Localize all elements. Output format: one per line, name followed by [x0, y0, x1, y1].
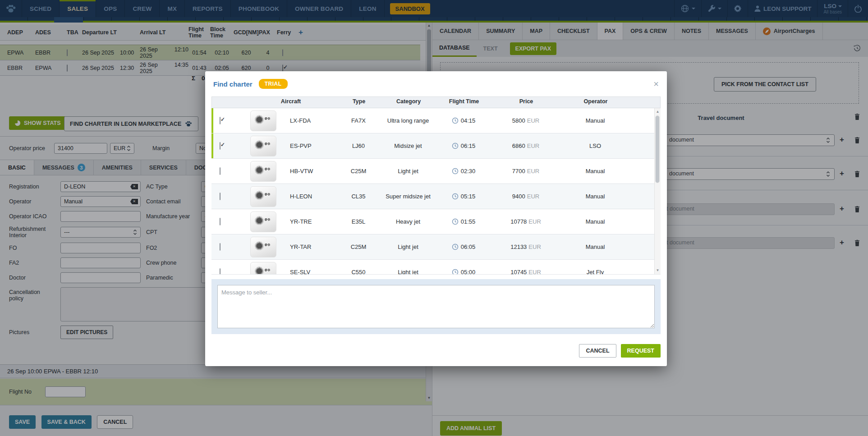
price-cell: 5800EUR: [490, 117, 561, 124]
price-cell: 12133EUR: [490, 243, 561, 250]
charter-list: LX-FDA FA7X Ultra long range 04:15 5800E…: [211, 108, 661, 275]
request-button[interactable]: REQUEST: [621, 344, 661, 358]
charter-checkbox[interactable]: [220, 142, 220, 150]
charter-checkbox[interactable]: [220, 218, 220, 225]
registration-cell: LX-FDA: [290, 117, 338, 124]
price-cell: 10778EUR: [490, 218, 561, 225]
operator-cell: Manual: [561, 243, 629, 250]
modal-title: Find charter: [213, 80, 253, 88]
charter-checkbox[interactable]: [220, 243, 220, 251]
flight-time-cell: 05:00: [437, 269, 490, 275]
price-cell: 10745EUR: [490, 269, 561, 275]
charter-checkbox[interactable]: [220, 117, 220, 124]
col-category: Category: [380, 98, 437, 105]
flight-time-cell: 04:15: [437, 117, 490, 124]
charter-row[interactable]: YR-TAR C25M Light jet 06:05 12133EUR Man…: [211, 234, 655, 260]
price-cell: 6860EUR: [490, 142, 561, 149]
charter-checkbox[interactable]: [220, 268, 220, 275]
find-charter-modal: Find charter TRIAL × AircraftTypeCategor…: [205, 71, 667, 366]
operator-cell: Jet Fly: [561, 269, 629, 275]
price-cell: 9400EUR: [490, 193, 561, 200]
clock-icon: [452, 117, 459, 124]
modal-cancel-button[interactable]: CANCEL: [579, 344, 616, 358]
message-to-seller-input[interactable]: [217, 285, 655, 328]
clock-icon: [452, 269, 459, 275]
operator-cell: Manual: [561, 168, 629, 174]
flight-time-cell: 06:05: [437, 243, 490, 250]
charter-row[interactable]: SE-SLV C550 Light jet 05:00 10745EUR Jet…: [211, 260, 655, 275]
category-cell: Heavy jet: [379, 218, 437, 225]
charter-table-header: AircraftTypeCategoryFlight TimePriceOper…: [211, 96, 661, 108]
charter-rows: LX-FDA FA7X Ultra long range 04:15 5800E…: [211, 108, 661, 275]
modal-header: Find charter TRIAL ×: [205, 71, 667, 96]
flight-time-cell: 02:30: [437, 168, 490, 174]
operator-cell: LSO: [561, 142, 629, 149]
charter-row[interactable]: ES-PVP LJ60 Midsize jet 06:15 6860EUR LS…: [211, 133, 655, 159]
close-icon[interactable]: ×: [653, 79, 659, 88]
aircraft-photo: [250, 161, 276, 182]
charter-checkbox[interactable]: [220, 193, 220, 200]
flight-time-cell: 05:15: [437, 193, 490, 200]
operator-cell: Manual: [561, 193, 629, 200]
category-cell: Ultra long range: [379, 117, 437, 124]
modal-footer: CANCEL REQUEST: [205, 334, 667, 358]
registration-cell: YR-TRE: [290, 218, 338, 225]
charter-row[interactable]: H-LEON CL35 Super midsize jet 05:15 9400…: [211, 184, 655, 209]
col-flight-time: Flight Time: [437, 98, 491, 105]
col-price: Price: [491, 98, 562, 105]
app-window: SCHEDSALESOPSCREWMXREPORTSPHONEBOOKOWNER…: [0, 0, 868, 436]
registration-cell: HB-VTW: [290, 168, 338, 174]
category-cell: Midsize jet: [379, 142, 437, 149]
type-cell: C25M: [338, 168, 379, 174]
flight-time-cell: 01:55: [437, 218, 490, 225]
aircraft-photo: [250, 237, 276, 257]
type-cell: C550: [338, 269, 379, 275]
clock-icon: [452, 142, 459, 149]
clock-icon: [452, 218, 459, 225]
charter-list-scrollbar[interactable]: ▲ ▼: [654, 108, 661, 274]
type-cell: E35L: [338, 218, 379, 225]
scroll-down-arrow[interactable]: ▼: [655, 267, 661, 274]
category-cell: Light jet: [379, 269, 437, 275]
category-cell: Light jet: [379, 168, 437, 174]
category-cell: Light jet: [379, 243, 437, 250]
type-cell: C25M: [338, 243, 379, 250]
charter-row[interactable]: LX-FDA FA7X Ultra long range 04:15 5800E…: [211, 108, 655, 133]
aircraft-photo: [250, 211, 276, 232]
trial-badge: TRIAL: [259, 79, 288, 89]
aircraft-photo: [250, 110, 276, 131]
clock-icon: [452, 243, 459, 250]
registration-cell: H-LEON: [290, 193, 338, 200]
message-section: [211, 279, 661, 334]
clock-icon: [452, 193, 459, 200]
col-operator: Operator: [562, 98, 629, 105]
col-aircraft: Aircraft: [212, 98, 338, 105]
price-cell: 7700EUR: [490, 168, 561, 174]
registration-cell: SE-SLV: [290, 269, 338, 275]
scrollbar-thumb[interactable]: [655, 115, 660, 183]
flight-time-cell: 06:15: [437, 142, 490, 149]
charter-row[interactable]: HB-VTW C25M Light jet 02:30 7700EUR Manu…: [211, 159, 655, 184]
registration-cell: ES-PVP: [290, 142, 338, 149]
clock-icon: [452, 168, 459, 174]
aircraft-photo: [250, 262, 276, 275]
operator-cell: Manual: [561, 218, 629, 225]
registration-cell: YR-TAR: [290, 243, 338, 250]
aircraft-photo: [250, 186, 276, 207]
operator-cell: Manual: [561, 117, 629, 124]
col-type: Type: [338, 98, 380, 105]
charter-checkbox[interactable]: [220, 167, 220, 175]
type-cell: CL35: [338, 193, 379, 200]
charter-row[interactable]: YR-TRE E35L Heavy jet 01:55 10778EUR Man…: [211, 209, 655, 234]
aircraft-photo: [250, 136, 276, 156]
type-cell: FA7X: [338, 117, 379, 124]
category-cell: Super midsize jet: [379, 193, 437, 200]
scroll-up-arrow[interactable]: ▲: [655, 109, 661, 115]
type-cell: LJ60: [338, 142, 379, 149]
